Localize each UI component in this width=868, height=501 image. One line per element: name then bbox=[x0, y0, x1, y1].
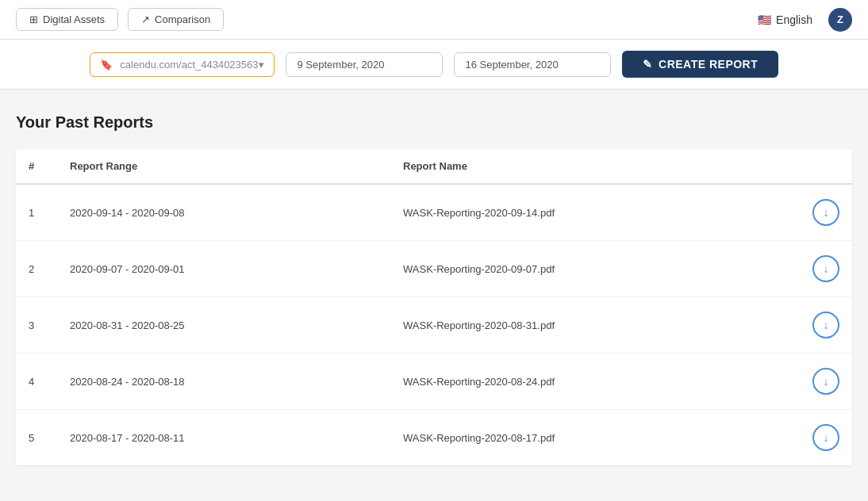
row-report-name: WASK-Reporting-2020-09-14.pdf bbox=[390, 184, 800, 241]
comparison-button[interactable]: ↗ Comparison bbox=[128, 8, 224, 31]
row-action: ↓ bbox=[800, 354, 852, 410]
col-header-name: Report Name bbox=[390, 149, 800, 184]
row-range: 2020-08-17 - 2020-08-11 bbox=[57, 410, 390, 466]
chevron-down-icon: ▾ bbox=[259, 59, 264, 71]
comparison-icon: ↗ bbox=[141, 13, 150, 25]
language-selector[interactable]: 🇺🇸 English bbox=[758, 13, 812, 26]
row-action: ↓ bbox=[800, 184, 852, 241]
row-range: 2020-08-24 - 2020-08-18 bbox=[57, 354, 390, 410]
row-num: 3 bbox=[16, 297, 57, 354]
row-range: 2020-09-07 - 2020-09-01 bbox=[57, 241, 390, 297]
start-date-input[interactable] bbox=[286, 52, 443, 77]
table-row: 2 2020-09-07 - 2020-09-01 WASK-Reporting… bbox=[16, 241, 852, 297]
edit-icon: ✎ bbox=[643, 58, 653, 71]
section-title: Your Past Reports bbox=[16, 113, 852, 132]
top-nav: ⊞ Digital Assets ↗ Comparison 🇺🇸 English… bbox=[0, 0, 868, 40]
col-header-action bbox=[800, 149, 852, 184]
digital-assets-label: Digital Assets bbox=[43, 13, 105, 25]
row-range: 2020-09-14 - 2020-09-08 bbox=[57, 184, 390, 241]
row-report-name: WASK-Reporting-2020-08-31.pdf bbox=[390, 297, 800, 354]
filter-bar: 🔖 calendu.com/act_4434023563 ▾ ✎ CREATE … bbox=[0, 40, 868, 90]
download-button[interactable]: ↓ bbox=[812, 199, 839, 226]
download-icon: ↓ bbox=[824, 206, 829, 219]
comparison-label: Comparison bbox=[155, 13, 210, 25]
row-action: ↓ bbox=[800, 410, 852, 466]
download-icon: ↓ bbox=[824, 319, 829, 331]
table-header-row: # Report Range Report Name bbox=[16, 149, 852, 184]
row-range: 2020-08-31 - 2020-08-25 bbox=[57, 297, 390, 354]
table-row: 5 2020-08-17 - 2020-08-11 WASK-Reporting… bbox=[16, 410, 852, 466]
row-report-name: WASK-Reporting-2020-08-17.pdf bbox=[390, 410, 800, 466]
row-action: ↓ bbox=[800, 241, 852, 297]
download-button[interactable]: ↓ bbox=[812, 368, 839, 395]
row-num: 1 bbox=[16, 184, 57, 241]
account-value: calendu.com/act_4434023563 bbox=[120, 59, 258, 71]
account-selector[interactable]: 🔖 calendu.com/act_4434023563 ▾ bbox=[90, 52, 275, 77]
row-action: ↓ bbox=[800, 297, 852, 354]
row-num: 5 bbox=[16, 410, 57, 466]
row-report-name: WASK-Reporting-2020-09-07.pdf bbox=[390, 241, 800, 297]
end-date-input[interactable] bbox=[454, 52, 611, 77]
create-report-button[interactable]: ✎ CREATE REPORT bbox=[622, 51, 779, 78]
filter-icon: 🔖 bbox=[100, 59, 113, 71]
row-num: 2 bbox=[16, 241, 57, 297]
flag-icon: 🇺🇸 bbox=[758, 13, 771, 26]
table-row: 3 2020-08-31 - 2020-08-25 WASK-Reporting… bbox=[16, 297, 852, 354]
download-icon: ↓ bbox=[824, 262, 829, 275]
col-header-range: Report Range bbox=[57, 149, 390, 184]
download-icon: ↓ bbox=[824, 431, 829, 444]
download-button[interactable]: ↓ bbox=[812, 255, 839, 282]
col-header-num: # bbox=[16, 149, 57, 184]
table-icon: ⊞ bbox=[29, 13, 38, 25]
row-report-name: WASK-Reporting-2020-08-24.pdf bbox=[390, 354, 800, 410]
user-avatar[interactable]: Z bbox=[828, 8, 852, 32]
content-area: Your Past Reports # Report Range Report … bbox=[0, 90, 868, 500]
download-icon: ↓ bbox=[824, 375, 829, 388]
language-label: English bbox=[776, 13, 812, 26]
digital-assets-button[interactable]: ⊞ Digital Assets bbox=[16, 8, 118, 31]
reports-table: # Report Range Report Name 1 2020-09-14 … bbox=[16, 149, 852, 465]
create-report-label: CREATE REPORT bbox=[659, 58, 758, 71]
table-row: 4 2020-08-24 - 2020-08-18 WASK-Reporting… bbox=[16, 354, 852, 410]
table-row: 1 2020-09-14 - 2020-09-08 WASK-Reporting… bbox=[16, 184, 852, 241]
download-button[interactable]: ↓ bbox=[812, 424, 839, 451]
row-num: 4 bbox=[16, 354, 57, 410]
download-button[interactable]: ↓ bbox=[812, 312, 839, 338]
